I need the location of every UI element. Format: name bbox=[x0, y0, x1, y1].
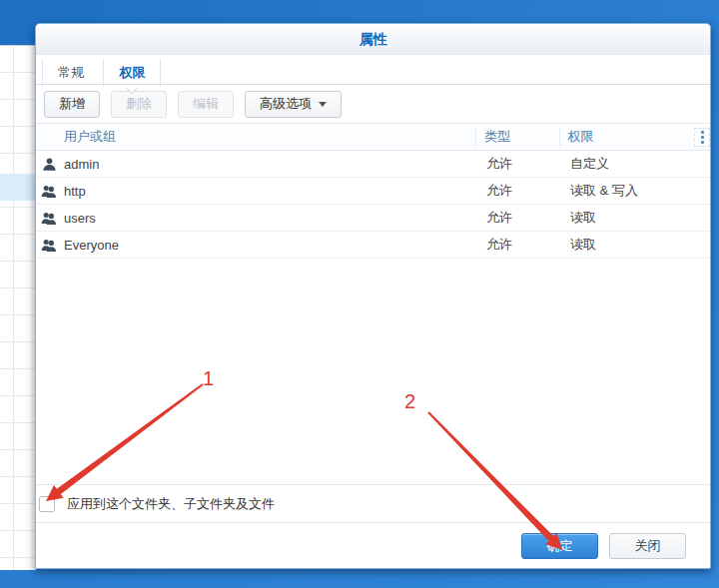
caret-down-icon bbox=[319, 102, 327, 111]
close-button[interactable]: 关闭 bbox=[609, 533, 686, 559]
dialog-footer: 确定 关闭 bbox=[36, 522, 710, 568]
table-header: 用户或组 类型 权限 bbox=[36, 124, 710, 151]
row-name: http bbox=[62, 184, 478, 199]
advanced-options-button[interactable]: 高级选项 bbox=[245, 91, 342, 118]
row-permission: 自定义 bbox=[562, 155, 697, 173]
table-row[interactable]: Everyone 允许 读取 bbox=[36, 232, 710, 259]
apply-row: 应用到这个文件夹、子文件夹及文件 bbox=[36, 484, 710, 522]
row-permission: 读取 bbox=[562, 236, 697, 254]
column-settings-icon[interactable] bbox=[694, 128, 710, 147]
add-button[interactable]: 新增 bbox=[44, 91, 100, 118]
background-selected-row bbox=[0, 174, 36, 201]
tab-permissions[interactable]: 权限 bbox=[103, 59, 161, 87]
group-icon bbox=[36, 211, 62, 226]
table-row[interactable]: http 允许 读取 & 写入 bbox=[36, 178, 710, 205]
ok-button[interactable]: 确定 bbox=[521, 533, 598, 559]
properties-dialog: 属性 常规 权限 新增 删除 编辑 高级选项 用户或组 类型 权限 admin … bbox=[35, 23, 711, 569]
table-row[interactable]: admin 允许 自定义 bbox=[36, 151, 710, 178]
row-name: users bbox=[62, 211, 478, 226]
column-type[interactable]: 类型 bbox=[476, 128, 560, 146]
table-empty-area bbox=[36, 259, 710, 484]
table-row[interactable]: users 允许 读取 bbox=[36, 205, 710, 232]
background-column-divider bbox=[13, 46, 14, 570]
row-name: Everyone bbox=[62, 238, 478, 253]
row-type: 允许 bbox=[478, 236, 562, 254]
apply-checkbox-label: 应用到这个文件夹、子文件夹及文件 bbox=[67, 495, 275, 513]
column-user-or-group[interactable]: 用户或组 bbox=[62, 128, 476, 146]
delete-button[interactable]: 删除 bbox=[111, 91, 167, 118]
row-type: 允许 bbox=[478, 155, 562, 173]
row-type: 允许 bbox=[478, 209, 562, 227]
tab-general[interactable]: 常规 bbox=[42, 59, 99, 87]
background-window bbox=[0, 45, 36, 570]
apply-checkbox[interactable] bbox=[39, 496, 55, 512]
column-permission[interactable]: 权限 bbox=[560, 128, 694, 146]
advanced-options-label: 高级选项 bbox=[260, 95, 312, 113]
row-permission: 读取 & 写入 bbox=[562, 182, 697, 200]
user-icon bbox=[36, 157, 62, 172]
row-type: 允许 bbox=[478, 182, 562, 200]
group-icon bbox=[36, 184, 62, 199]
group-icon bbox=[36, 238, 62, 253]
edit-button[interactable]: 编辑 bbox=[178, 91, 234, 118]
row-name: admin bbox=[62, 157, 478, 172]
tab-bar: 常规 权限 bbox=[36, 55, 710, 85]
dialog-title: 属性 bbox=[36, 24, 710, 55]
row-permission: 读取 bbox=[562, 209, 697, 227]
